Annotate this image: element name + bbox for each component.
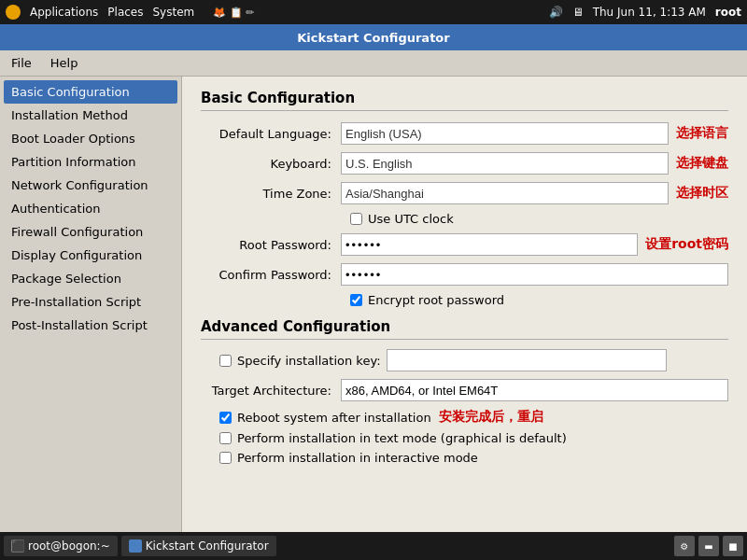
user-label: root — [715, 6, 741, 19]
settings-btn[interactable]: ⚙ — [674, 536, 695, 556]
utc-clock-row: Use UTC clock — [201, 212, 728, 226]
reboot-checkbox[interactable] — [219, 412, 232, 424]
terminal-icon: ⬛ — [11, 539, 24, 553]
root-password-annotation: 设置root密码 — [645, 236, 728, 253]
datetime: Thu Jun 11, 1:13 AM — [593, 6, 706, 19]
taskbar-btn-2[interactable]: ■ — [723, 536, 743, 556]
encrypt-root-label: Encrypt root password — [368, 293, 504, 307]
keyboard-row: Keyboard: 选择键盘 — [201, 152, 728, 175]
terminal-label: root@bogon:~ — [28, 539, 110, 553]
default-language-row: Default Language: 选择语言 — [201, 122, 728, 145]
sidebar: Basic Configuration Installation Method … — [0, 77, 182, 532]
system-menu[interactable]: System — [152, 6, 194, 19]
sidebar-item-package-selection[interactable]: Package Selection — [4, 267, 177, 290]
sidebar-item-network-configuration[interactable]: Network Configuration — [4, 174, 177, 197]
sidebar-item-pre-installation-script[interactable]: Pre-Installation Script — [4, 290, 177, 314]
app-taskbar-item[interactable]: Kickstart Configurator — [121, 536, 276, 556]
timezone-label: Time Zone: — [201, 187, 341, 201]
sidebar-item-firewall-configuration[interactable]: Firewall Configuration — [4, 220, 177, 244]
keyboard-input[interactable] — [341, 152, 669, 175]
help-menu[interactable]: Help — [43, 53, 86, 73]
timezone-input[interactable] — [341, 182, 669, 204]
title-bar: Kickstart Configurator — [0, 24, 747, 50]
advanced-section-title: Advanced Configuration — [201, 318, 728, 340]
app-icon — [129, 539, 142, 553]
text-mode-row: Perform installation in text mode (graph… — [201, 431, 728, 445]
interactive-mode-label: Perform installation in interactive mode — [237, 451, 478, 465]
menu-bar: File Help — [0, 50, 747, 77]
specify-key-label: Specify installation key: — [237, 354, 381, 368]
sidebar-item-post-installation-script[interactable]: Post-Installation Script — [4, 314, 177, 337]
file-menu[interactable]: File — [4, 53, 39, 73]
reboot-annotation: 安装完成后，重启 — [439, 409, 543, 426]
target-arch-row: Target Architecture: — [201, 379, 728, 401]
taskbar: ⬛ root@bogon:~ Kickstart Configurator ⚙ … — [0, 532, 747, 560]
window-title: Kickstart Configurator — [297, 31, 449, 45]
terminal-taskbar-item[interactable]: ⬛ root@bogon:~ — [4, 536, 118, 556]
taskbar-btn-1[interactable]: ▬ — [698, 536, 719, 556]
sidebar-item-installation-method[interactable]: Installation Method — [4, 104, 177, 127]
text-mode-label: Perform installation in text mode (graph… — [237, 431, 567, 445]
keyboard-label: Keyboard: — [201, 157, 341, 171]
sidebar-item-display-configuration[interactable]: Display Configuration — [4, 244, 177, 267]
root-password-label: Root Password: — [201, 238, 341, 252]
app-label: Kickstart Configurator — [146, 539, 269, 553]
encrypt-root-checkbox[interactable] — [350, 294, 362, 306]
target-arch-label: Target Architecture: — [201, 384, 341, 398]
applications-menu[interactable]: Applications — [30, 6, 98, 19]
content-panel: Basic Configuration Default Language: 选择… — [182, 77, 747, 532]
utc-clock-label: Use UTC clock — [368, 212, 454, 226]
utc-clock-checkbox[interactable] — [350, 213, 362, 225]
taskbar-right: ⚙ ▬ ■ — [674, 536, 743, 556]
interactive-mode-checkbox[interactable] — [219, 452, 232, 464]
sidebar-item-authentication[interactable]: Authentication — [4, 197, 177, 220]
root-password-input[interactable] — [341, 233, 638, 256]
target-arch-input[interactable] — [341, 379, 728, 401]
root-password-row: Root Password: 设置root密码 — [201, 233, 728, 256]
reboot-row: Reboot system after installation 安装完成后，重… — [201, 409, 728, 426]
basic-section-title: Basic Configuration — [201, 90, 728, 111]
default-language-annotation: 选择语言 — [676, 125, 728, 142]
confirm-password-input[interactable] — [341, 263, 728, 286]
specify-key-checkbox[interactable] — [219, 355, 232, 367]
main-container: Basic Configuration Installation Method … — [0, 77, 747, 532]
system-bar: Applications Places System 🦊 📋 ✏️ 🔊 🖥 Th… — [0, 0, 747, 24]
encrypt-root-row: Encrypt root password — [201, 293, 728, 307]
sidebar-item-boot-loader-options[interactable]: Boot Loader Options — [4, 127, 177, 150]
install-key-row: Specify installation key: — [201, 349, 728, 371]
timezone-row: Time Zone: 选择时区 — [201, 182, 728, 204]
volume-icon: 🔊 — [549, 6, 563, 19]
sidebar-item-basic-configuration[interactable]: Basic Configuration — [4, 80, 177, 104]
default-language-label: Default Language: — [201, 127, 341, 141]
places-menu[interactable]: Places — [107, 6, 143, 19]
confirm-password-label: Confirm Password: — [201, 268, 341, 282]
reboot-label: Reboot system after installation — [237, 411, 431, 425]
sidebar-item-partition-information[interactable]: Partition Information — [4, 150, 177, 174]
timezone-annotation: 选择时区 — [676, 185, 728, 202]
keyboard-annotation: 选择键盘 — [676, 155, 728, 172]
system-icon — [6, 5, 21, 20]
network-icon: 🖥 — [572, 6, 584, 19]
interactive-mode-row: Perform installation in interactive mode — [201, 451, 728, 465]
confirm-password-row: Confirm Password: — [201, 263, 728, 286]
text-mode-checkbox[interactable] — [219, 432, 232, 444]
default-language-input[interactable] — [341, 122, 669, 145]
specify-key-input[interactable] — [387, 349, 667, 371]
